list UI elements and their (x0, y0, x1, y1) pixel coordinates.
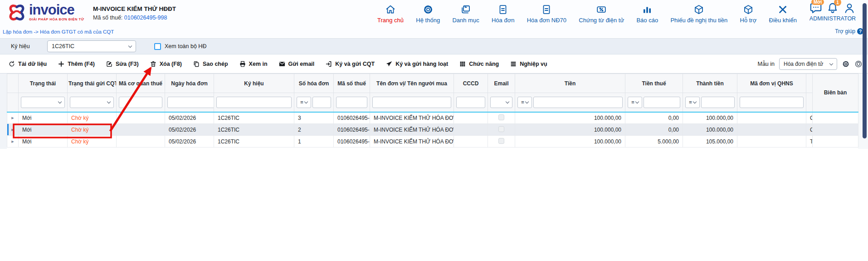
nav-item-danh-muc[interactable]: Danh mục (452, 3, 479, 24)
cell-qhns_code (737, 136, 806, 148)
cell-tax_office_code (117, 136, 165, 148)
filter-cell-blank (806, 93, 813, 112)
nav-item-hoa-don[interactable]: Hóa đơn (492, 3, 514, 24)
toolbar-button-them-f4[interactable]: Thêm (F4) (58, 60, 95, 68)
bell-icon[interactable]: 1 (826, 2, 839, 15)
filter-cell-thanh-tien: = (683, 93, 737, 112)
printer-icon (239, 60, 246, 68)
toolbar-button-sao-chep[interactable]: Sao chép (193, 60, 228, 68)
toolbar-button-ky-va-gui-hang-loat[interactable]: Ký và gửi hàng loạt (385, 60, 448, 68)
filter-select-trang-thai[interactable] (21, 97, 65, 108)
expand-row-icon[interactable]: ▸ (11, 115, 14, 120)
filter-operator-so-hoa-don[interactable]: = (297, 97, 311, 108)
table-row[interactable]: ▸MớiChờ ký05/02/20261C26TIC30106026495-M… (7, 112, 858, 124)
filter-input-thanh-tien[interactable] (701, 97, 735, 108)
nav-item-chung-tu-dien-tu[interactable]: Chứng từ điện tử (579, 3, 624, 24)
filter-select-trang-thai-gui-cqt[interactable] (70, 97, 114, 108)
expand-row-icon[interactable]: ▸ (11, 127, 14, 132)
shield-icon[interactable] (854, 60, 863, 68)
column-header-bien-ban[interactable]: Biên bản (813, 74, 858, 112)
filter-input-ten-don-vi-ten-nguoi-mua[interactable] (372, 97, 451, 108)
email-checkbox[interactable] (498, 126, 504, 132)
chat-icon[interactable]: Mới (809, 2, 822, 15)
print-template-select[interactable]: Hóa đơn điện tử (779, 58, 837, 70)
filter-input-so-hoa-don[interactable] (312, 97, 331, 108)
table-row[interactable]: ▸MớiChờ ký05/02/20261C26TIC20106026495-M… (7, 124, 858, 136)
column-header-trang-thai-gui-cqt[interactable]: Trạng thái gửi CQT (68, 74, 117, 93)
column-header-so-hoa-don[interactable]: Số hóa đơn (294, 74, 334, 93)
vertical-scrollbar[interactable] (863, 3, 867, 138)
user-icon[interactable] (843, 2, 856, 15)
column-header-ma-don-vi-qhns[interactable]: Mã đơn vị QHNS (737, 74, 806, 93)
company-tax: Mã số thuế: 0106026495-998 (93, 15, 176, 21)
cell-email (488, 124, 515, 136)
filter-select-email[interactable] (490, 97, 512, 108)
column-header-tien[interactable]: Tiền (515, 74, 625, 93)
cell-invoice_no: 3 (294, 112, 334, 124)
cell-amount: 100.000,00 (515, 136, 625, 148)
column-header-ngay-hoa-don[interactable]: Ngày hóa đơn (165, 74, 214, 93)
cell-qhns_code (737, 112, 806, 124)
nav-item-bao-cao[interactable]: Báo cáo (636, 3, 658, 24)
help-link[interactable]: Trợ giúp ? (835, 28, 863, 34)
filter-input-tien[interactable] (533, 97, 623, 108)
column-header-email[interactable]: Email (488, 74, 515, 93)
toolbar-button-chuc-nang[interactable]: Chức năng (459, 60, 499, 68)
toolbar-button-tai-du-lieu[interactable]: Tải dữ liệu (8, 60, 47, 68)
toolbar-button-sua-f3[interactable]: Sửa (F3) (106, 60, 139, 68)
column-header-tien-thue[interactable]: Tiền thuế (625, 74, 683, 93)
view-all-checkbox[interactable] (154, 43, 161, 50)
filter-input-tien-thue[interactable] (644, 97, 680, 108)
username[interactable]: ADMINISTRATOR (798, 15, 867, 22)
chevron-down-icon (304, 100, 307, 103)
cell-bien_ban (813, 124, 858, 136)
column-header-ma-so-thue[interactable]: Mã số thuế (334, 74, 370, 93)
nav-item-ho-tro[interactable]: Hỗ trợ (740, 3, 757, 24)
toolbar-button-ky-va-gui-cqt[interactable]: Ký và gửi CQT (325, 60, 375, 68)
filter-cell-blank (7, 93, 19, 112)
cell-tax_amount: 5.000,00 (625, 136, 683, 148)
cell-clipped: T (806, 136, 813, 148)
chevron-down-icon (635, 100, 639, 103)
table-row[interactable]: ▸MớiChờ ký05/02/20261C26TIC10106026495-M… (7, 136, 858, 148)
email-checkbox[interactable] (498, 138, 504, 144)
filter-input-ma-co-quan-thue[interactable] (119, 97, 162, 108)
column-header-ma-co-quan-thue[interactable]: Mã cơ quan thuế (117, 74, 165, 93)
toolbar-button-nghiep-vu[interactable]: Nghiệp vụ (510, 60, 547, 68)
nav-item-he-thong[interactable]: Hệ thống (416, 3, 440, 24)
column-header-ky-hieu[interactable]: Ký hiệu (214, 74, 294, 93)
filter-operator-thanh-tien[interactable]: = (685, 97, 700, 108)
filter-cell-cccd (454, 93, 488, 112)
filter-input-cccd[interactable] (456, 97, 485, 108)
email-checkbox[interactable] (498, 114, 504, 120)
document-icon (497, 3, 508, 15)
filter-input-ma-don-vi-qhns[interactable] (740, 97, 804, 108)
print-template-label: Mẫu in (757, 61, 775, 67)
nav-item-phieu-de-nghi-thu-tien[interactable]: Phiếu đề nghị thu tiền (670, 3, 727, 24)
nav-item-dieu-khien[interactable]: Điều khiển (769, 3, 797, 24)
toolbar-button-label: Xem in (249, 61, 268, 67)
gear-icon (423, 3, 434, 15)
filter-input-ky-hieu[interactable] (216, 97, 292, 108)
toolbar-button-gui-email[interactable]: Gửi email (278, 60, 315, 68)
toolbar-button-xem-in[interactable]: Xem in (239, 60, 268, 68)
filter-operator-tien[interactable]: = (517, 97, 532, 108)
filter-input-ngay-hoa-don[interactable] (167, 97, 214, 108)
column-header-thanh-tien[interactable]: Thành tiền (683, 74, 737, 93)
filter-operator-tien-thue[interactable]: = (628, 97, 642, 108)
settings-gear-icon[interactable] (842, 60, 850, 68)
toolbar-button-xoa-f8[interactable]: Xóa (F8) (150, 60, 182, 68)
column-header-cccd[interactable]: CCCD (454, 74, 488, 93)
cell-total: 100.000,00 (683, 112, 737, 124)
nav-item-trang-chu[interactable]: Trang chủ (377, 3, 404, 24)
expand-row-icon[interactable]: ▸ (11, 138, 14, 144)
toolbar-button-label: Thêm (F4) (68, 61, 95, 67)
column-header-trang-thai[interactable]: Trạng thái (19, 74, 68, 93)
filter-input-ma-so-thue[interactable] (336, 97, 367, 108)
column-header-ten-don-vi-ten-nguoi-mua[interactable]: Tên đơn vị/ Tên người mua (370, 74, 454, 93)
chevron-down-icon (58, 100, 62, 103)
serial-select[interactable]: 1C26TIC (47, 40, 136, 52)
cell-status: Mới (19, 112, 68, 124)
nav-item-hoa-don-nd70[interactable]: Hóa đơn NĐ70 (527, 3, 566, 24)
nav-item-label: Hóa đơn NĐ70 (527, 17, 566, 24)
